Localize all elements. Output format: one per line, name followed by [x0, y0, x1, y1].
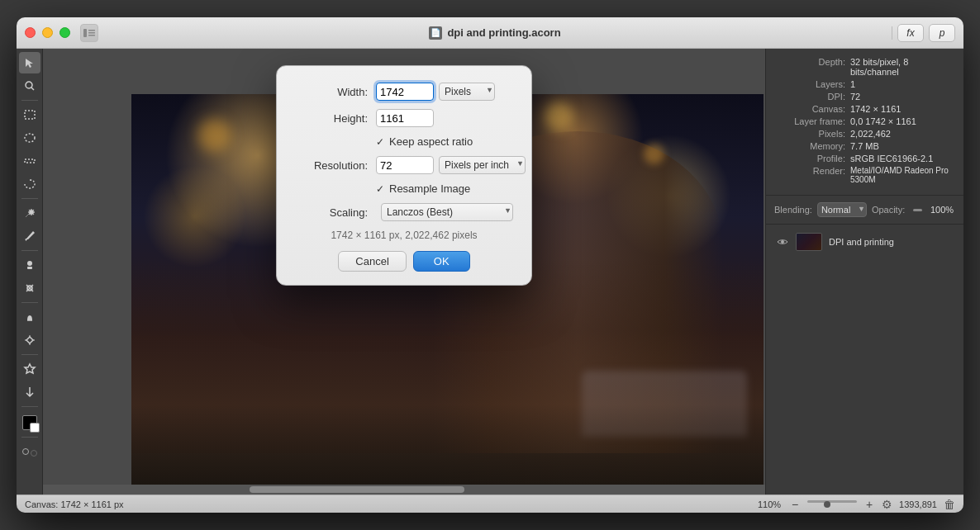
tool-zoom-out[interactable] — [19, 441, 40, 462]
left-toolbar — [17, 49, 43, 495]
svg-line-6 — [31, 88, 34, 90]
canvas-value: 1742 × 1161 — [850, 104, 901, 114]
delete-layer-icon[interactable]: 🗑 — [944, 498, 955, 511]
svg-rect-3 — [88, 35, 95, 36]
zoom-level: 110% — [758, 499, 781, 509]
canvas-info: Canvas: 1742 × 1161 px — [25, 499, 749, 509]
pixels-row: Pixels: 2,022,462 — [776, 129, 954, 139]
scaling-label: Scaling: — [293, 206, 368, 219]
svg-point-10 — [27, 261, 32, 266]
layer-frame-row: Layer frame: 0,0 1742 × 1161 — [776, 116, 954, 126]
layer-frame-value: 0,0 1742 × 1161 — [850, 116, 916, 126]
keep-aspect-row: ✓ Keep aspect ratio — [376, 135, 515, 148]
layer-frame-label: Layer frame: — [776, 116, 850, 126]
settings-icon[interactable]: ⚙ — [882, 498, 892, 511]
dpi-value: 72 — [850, 92, 860, 102]
depth-value: 32 bits/pixel, 8 bits/channel — [850, 57, 954, 77]
dialog-info: 1742 × 1161 px, 2,022,462 pixels — [293, 230, 515, 241]
right-panel: Depth: 32 bits/pixel, 8 bits/channel Lay… — [765, 49, 963, 495]
tool-effects[interactable] — [19, 329, 40, 351]
tool-separator-1 — [21, 100, 38, 101]
ok-button[interactable]: OK — [413, 251, 470, 272]
scaling-select[interactable]: Lanczos (Best) Linear Nearest Neighbor — [381, 203, 513, 221]
render-value: Metal/IO/AMD Radeon Pro 5300M — [850, 166, 954, 184]
svg-rect-7 — [25, 111, 35, 119]
pixels-label: Pixels: — [776, 129, 850, 139]
resample-check: ✓ — [376, 183, 384, 195]
p-button[interactable]: p — [929, 24, 955, 42]
pixels-value: 2,022,462 — [850, 129, 891, 139]
main-window: 📄 dpi and printing.acorn fx p — [17, 17, 963, 513]
layers-label: Layers: — [776, 79, 850, 89]
tool-shape[interactable] — [19, 358, 40, 380]
width-row: Width: Pixels Percent Inches ▾ — [293, 83, 515, 101]
svg-rect-11 — [27, 267, 32, 269]
resolution-unit-select[interactable]: Pixels per inch Pixels per cm — [439, 156, 526, 174]
svg-point-14 — [781, 240, 784, 244]
minimize-button[interactable] — [42, 27, 53, 38]
tool-separator-3 — [21, 250, 38, 251]
tool-heal[interactable] — [19, 277, 40, 299]
profile-label: Profile: — [776, 154, 850, 163]
blending-select-wrap: Normal Multiply Screen ▾ — [817, 202, 867, 217]
opacity-value: 100% — [930, 205, 955, 215]
height-input[interactable] — [376, 109, 434, 127]
tool-select-oval[interactable] — [19, 127, 40, 149]
width-input[interactable] — [376, 83, 434, 101]
maximize-button[interactable] — [59, 27, 70, 38]
layer-name: DPI and printing — [829, 237, 894, 247]
separator — [892, 26, 892, 40]
blending-section: Blending: Normal Multiply Screen ▾ Opaci… — [766, 196, 963, 225]
window-title: dpi and printing.acorn — [447, 26, 560, 39]
render-row: Render: Metal/IO/AMD Radeon Pro 5300M — [776, 166, 954, 184]
resolution-label: Resolution: — [293, 159, 368, 172]
canvas-area: Width: Pixels Percent Inches ▾ — [43, 49, 765, 495]
tool-dodge[interactable] — [19, 306, 40, 328]
memory-row: Memory: 7.7 MB — [776, 141, 954, 151]
height-row: Height: — [293, 109, 515, 127]
close-button[interactable] — [25, 27, 36, 38]
svg-point-8 — [25, 134, 35, 142]
canvas-row: Canvas: 1742 × 1161 — [776, 104, 954, 114]
image-size-dialog: Width: Pixels Percent Inches ▾ — [276, 65, 532, 286]
tool-arrow[interactable] — [19, 381, 40, 403]
zoom-out-button[interactable]: − — [789, 499, 801, 510]
cancel-button[interactable]: Cancel — [338, 251, 406, 272]
zoom-slider-thumb[interactable] — [824, 501, 830, 508]
tool-zoom[interactable] — [19, 75, 40, 97]
layer-item[interactable]: DPI and printing — [771, 230, 959, 254]
svg-rect-2 — [88, 32, 95, 34]
layers-value: 1 — [850, 79, 855, 89]
width-label: Width: — [293, 86, 368, 98]
titlebar: 📄 dpi and printing.acorn fx p — [17, 17, 963, 49]
opacity-slider[interactable] — [913, 209, 922, 211]
scaling-select-wrap: Lanczos (Best) Linear Nearest Neighbor ▾ — [376, 203, 513, 221]
tool-lasso[interactable] — [19, 173, 40, 195]
tool-move[interactable] — [19, 52, 40, 73]
svg-marker-4 — [26, 59, 33, 68]
keep-aspect-label: Keep aspect ratio — [389, 135, 473, 148]
depth-row: Depth: 32 bits/pixel, 8 bits/channel — [776, 57, 954, 77]
zoom-in-button[interactable]: + — [863, 499, 875, 510]
file-icon: 📄 — [429, 26, 442, 40]
tool-color-foreground[interactable] — [19, 412, 40, 433]
width-unit-select[interactable]: Pixels Percent Inches — [439, 83, 495, 101]
zoom-slider[interactable] — [807, 500, 857, 503]
tool-separator-6 — [21, 406, 38, 407]
resolution-input[interactable] — [376, 156, 434, 174]
sidebar-toggle-button[interactable] — [80, 24, 98, 42]
titlebar-center: 📄 dpi and printing.acorn — [105, 26, 885, 40]
layer-visibility-icon[interactable] — [776, 235, 789, 248]
blending-select[interactable]: Normal Multiply Screen — [817, 202, 867, 217]
layer-thumbnail — [796, 233, 822, 251]
resolution-unit-wrap: Pixels per inch Pixels per cm ▾ — [434, 156, 526, 174]
height-label: Height: — [293, 112, 368, 125]
tool-stamp[interactable] — [19, 254, 40, 276]
resample-label: Resample Image — [389, 182, 470, 195]
tool-select-rect[interactable] — [19, 104, 40, 125]
tool-select-row[interactable] — [19, 150, 40, 172]
opacity-label: Opacity: — [872, 205, 905, 215]
tool-wand[interactable] — [19, 202, 40, 224]
fx-button[interactable]: fx — [897, 24, 924, 42]
tool-brush[interactable] — [19, 225, 40, 247]
